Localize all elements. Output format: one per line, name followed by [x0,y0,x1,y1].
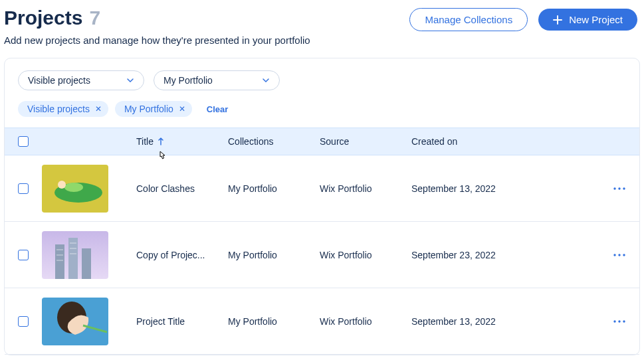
close-icon[interactable]: ✕ [179,104,185,114]
new-project-label: New Project [569,14,623,25]
title-row: Projects 7 [4,7,310,29]
header-actions: Manage Collections New Project [409,7,637,31]
chevron-down-icon [126,76,134,84]
cell-collections: My Portfolio [228,250,320,260]
page-header: Projects 7 Add new projects and manage h… [0,0,644,46]
column-header-created-on[interactable]: Created on [411,136,599,147]
project-thumbnail [42,231,108,279]
select-all-cell [5,136,42,147]
thumbnail-cell [42,298,136,345]
svg-rect-10 [82,248,91,279]
filter-visibility-value: Visible projects [28,75,90,86]
cell-title: Project Title [136,316,228,327]
svg-point-6 [623,187,625,189]
cell-collections: My Portfolio [228,316,320,327]
row-select-cell [5,316,42,327]
svg-point-25 [623,320,625,322]
plus-icon [553,15,562,25]
svg-point-5 [618,187,620,189]
table-row[interactable]: Project Title My Portfolio Wix Portfolio… [5,288,639,355]
row-checkbox[interactable] [18,183,29,194]
new-project-button[interactable]: New Project [538,9,637,31]
table-row[interactable]: Copy of Projec... My Portfolio Wix Portf… [5,222,639,288]
filter-chip-label: My Portfolio [124,104,173,114]
column-header-source[interactable]: Source [320,136,411,147]
cell-created-on: September 23, 2022 [411,250,599,260]
table-row[interactable]: Color Clashes My Portfolio Wix Portfolio… [5,155,639,222]
sort-ascending-icon [158,137,164,145]
svg-point-23 [613,320,615,322]
project-count: 7 [89,7,100,29]
row-select-cell [5,183,42,194]
svg-point-19 [623,254,625,256]
thumbnail-cell [42,165,136,213]
row-select-cell [5,250,42,260]
active-filters-row: Visible projects ✕ My Portfolio ✕ Clear [5,90,639,128]
cell-source: Wix Portfolio [320,183,411,194]
row-actions-button[interactable] [599,319,639,323]
cell-source: Wix Portfolio [320,250,411,260]
cell-collections: My Portfolio [228,183,320,194]
page-title: Projects [4,7,82,29]
column-header-title[interactable]: Title [136,136,228,147]
row-actions-button[interactable] [599,253,639,257]
project-thumbnail [42,298,108,345]
manage-collections-label: Manage Collections [425,14,512,25]
thumbnail-cell [42,231,136,279]
manage-collections-button[interactable]: Manage Collections [409,8,528,31]
cell-source: Wix Portfolio [320,316,411,327]
projects-panel: Visible projects My Portfolio Visible pr… [4,58,640,355]
svg-point-24 [618,320,620,322]
filter-collection-dropdown[interactable]: My Portfolio [154,70,280,90]
cell-created-on: September 13, 2022 [411,316,599,327]
page-subtitle: Add new projects and manage how they're … [4,35,310,46]
filter-visibility-dropdown[interactable]: Visible projects [18,70,144,90]
filters-row: Visible projects My Portfolio [5,58,639,90]
svg-point-17 [613,254,615,256]
close-icon[interactable]: ✕ [95,104,102,114]
row-checkbox[interactable] [18,250,29,260]
select-all-checkbox[interactable] [18,136,29,147]
clear-filters-link[interactable]: Clear [207,104,229,114]
filter-collection-value: My Portfolio [163,75,213,86]
filter-chip-visibility[interactable]: Visible projects ✕ [18,101,108,117]
column-header-collections[interactable]: Collections [228,136,320,147]
svg-rect-9 [68,238,78,279]
svg-point-2 [64,183,83,192]
row-actions-button[interactable] [599,187,639,191]
filter-chip-collection[interactable]: My Portfolio ✕ [115,101,192,117]
project-thumbnail [42,165,108,213]
chevron-down-icon [262,76,270,84]
cell-created-on: September 13, 2022 [411,183,599,194]
svg-point-4 [613,187,615,189]
row-checkbox[interactable] [18,316,29,327]
svg-point-3 [58,181,66,189]
header-left: Projects 7 Add new projects and manage h… [4,7,310,46]
cell-title: Copy of Projec... [136,250,228,260]
filter-chip-label: Visible projects [27,104,90,114]
svg-point-18 [618,254,620,256]
table-header: Title Collections Source Created on [5,128,639,155]
cell-title: Color Clashes [136,183,228,194]
column-title-label: Title [136,136,154,147]
